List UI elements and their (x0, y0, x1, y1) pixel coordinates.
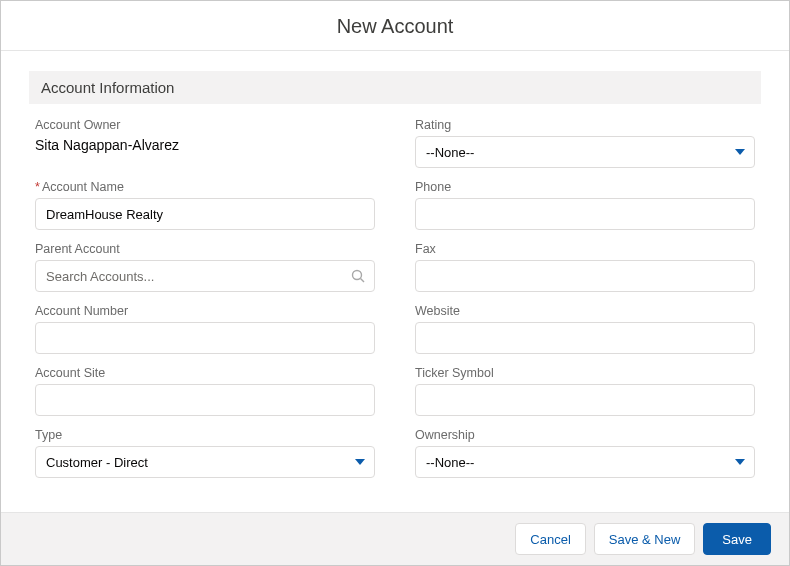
modal-header: New Account (1, 1, 789, 51)
select-type[interactable]: Customer - Direct (35, 446, 375, 478)
lookup-parent-account (35, 260, 375, 292)
field-rating: Rating --None-- (415, 118, 755, 168)
section-header: Account Information (29, 71, 761, 104)
label-website: Website (415, 304, 755, 318)
required-indicator: * (35, 180, 40, 194)
input-website[interactable] (415, 322, 755, 354)
cancel-button[interactable]: Cancel (515, 523, 585, 555)
save-button[interactable]: Save (703, 523, 771, 555)
modal-body: Account Information Account Owner Sita N… (1, 51, 789, 512)
field-phone: Phone (415, 180, 755, 230)
new-account-modal: New Account Account Information Account … (0, 0, 790, 566)
label-phone: Phone (415, 180, 755, 194)
input-account-name[interactable] (35, 198, 375, 230)
select-ownership[interactable]: --None-- (415, 446, 755, 478)
save-and-new-button[interactable]: Save & New (594, 523, 696, 555)
modal-footer: Cancel Save & New Save (1, 512, 789, 565)
label-account-owner: Account Owner (35, 118, 375, 132)
input-fax[interactable] (415, 260, 755, 292)
label-account-site: Account Site (35, 366, 375, 380)
label-type: Type (35, 428, 375, 442)
label-rating: Rating (415, 118, 755, 132)
field-account-owner: Account Owner Sita Nagappan-Alvarez (35, 118, 375, 168)
label-fax: Fax (415, 242, 755, 256)
select-rating-value: --None-- (415, 136, 755, 168)
value-account-owner: Sita Nagappan-Alvarez (35, 136, 375, 153)
input-parent-account[interactable] (35, 260, 375, 292)
field-account-site: Account Site (35, 366, 375, 416)
select-type-value: Customer - Direct (35, 446, 375, 478)
field-ownership: Ownership --None-- (415, 428, 755, 478)
label-account-number: Account Number (35, 304, 375, 318)
input-account-site[interactable] (35, 384, 375, 416)
select-rating[interactable]: --None-- (415, 136, 755, 168)
modal-title: New Account (1, 15, 789, 38)
field-account-name: *Account Name (35, 180, 375, 230)
label-ticker-symbol: Ticker Symbol (415, 366, 755, 380)
field-ticker-symbol: Ticker Symbol (415, 366, 755, 416)
field-website: Website (415, 304, 755, 354)
form-grid: Account Owner Sita Nagappan-Alvarez Rati… (29, 118, 761, 478)
select-ownership-value: --None-- (415, 446, 755, 478)
label-ownership: Ownership (415, 428, 755, 442)
field-account-number: Account Number (35, 304, 375, 354)
input-account-number[interactable] (35, 322, 375, 354)
field-fax: Fax (415, 242, 755, 292)
input-phone[interactable] (415, 198, 755, 230)
field-parent-account: Parent Account (35, 242, 375, 292)
label-account-name: *Account Name (35, 180, 375, 194)
field-type: Type Customer - Direct (35, 428, 375, 478)
label-parent-account: Parent Account (35, 242, 375, 256)
input-ticker-symbol[interactable] (415, 384, 755, 416)
